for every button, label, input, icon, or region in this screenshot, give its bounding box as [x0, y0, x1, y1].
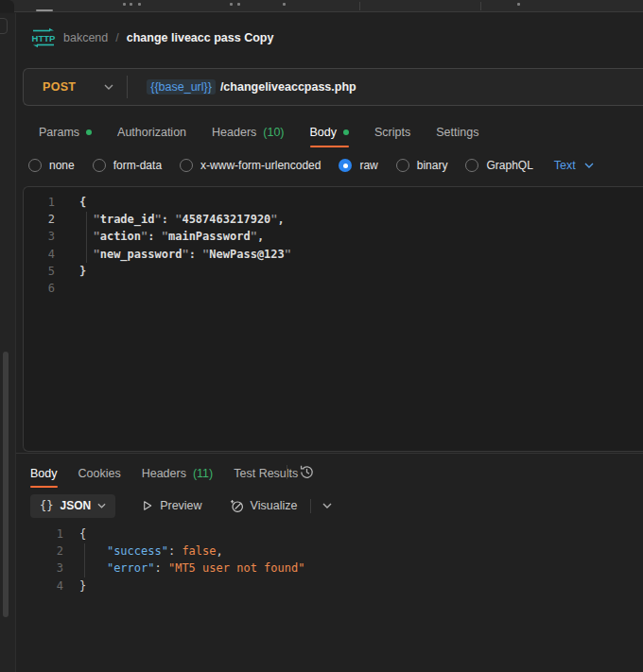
code-text: "success": false,: [79, 544, 223, 558]
indent-guide: [86, 212, 87, 263]
line-number: 6: [24, 282, 55, 295]
chevron-down-icon: [97, 503, 106, 508]
url-input[interactable]: {{base_url}} /changeliveaccpass.php: [128, 79, 643, 95]
radio-icon: [396, 159, 409, 172]
tab-label: Body: [310, 126, 338, 139]
body-mode-row: noneform-datax-www-form-urlencodedrawbin…: [28, 151, 643, 180]
active-tab-remnant: [0, 0, 14, 12]
url-bar: POST {{base_url}} /changeliveaccpass.php: [23, 68, 643, 106]
code-text: }: [79, 265, 86, 278]
body-format-select[interactable]: Text: [554, 159, 594, 172]
count-badge: (11): [193, 467, 213, 480]
line-number: 5: [24, 265, 55, 278]
code-line: 4 "new_password": "NewPass@123": [24, 246, 643, 263]
tab-icon-remnant: [138, 3, 141, 6]
divider: [310, 499, 311, 513]
line-number: 1: [24, 196, 55, 209]
content-dot-indicator: [86, 129, 92, 135]
line-number: 3: [24, 230, 55, 243]
tab-divider: [359, 2, 360, 10]
code-text: "error": "MT5 user not found": [79, 561, 304, 575]
response-tabs: BodyCookiesHeaders(11)Test Results: [30, 461, 643, 488]
breadcrumb-collection[interactable]: bakcend: [63, 31, 108, 44]
line-number: 4: [23, 579, 63, 593]
body-format-label: Text: [554, 159, 576, 172]
response-tab-cookies[interactable]: Cookies: [78, 461, 121, 488]
tab-params[interactable]: Params: [39, 118, 92, 147]
indent-guide: [84, 543, 85, 577]
tab-label: Params: [39, 126, 79, 139]
radio-label: form-data: [113, 159, 162, 172]
chevron-down-icon: [584, 163, 594, 168]
content-dot-indicator: [343, 129, 349, 135]
tab-scripts[interactable]: Scripts: [374, 118, 410, 147]
breadcrumb-separator: /: [115, 31, 118, 44]
svg-text:HTTP: HTTP: [32, 33, 56, 43]
response-history-button[interactable]: [299, 464, 315, 480]
visualize-button[interactable]: Visualize: [230, 499, 298, 513]
code-line: 1{: [23, 526, 643, 543]
tab-icon-remnant: [230, 3, 233, 6]
body-mode-x-www-form-urlencoded[interactable]: x-www-form-urlencoded: [180, 159, 321, 172]
tab-settings[interactable]: Settings: [436, 118, 478, 147]
code-line: 5}: [24, 263, 643, 280]
radio-label: raw: [359, 159, 377, 172]
line-number: 2: [23, 544, 63, 558]
url-path: /changeliveaccpass.php: [220, 80, 356, 94]
method-label: POST: [43, 80, 76, 94]
response-tab-body[interactable]: Body: [30, 461, 58, 488]
window-tab-strip: [0, 0, 643, 12]
request-title[interactable]: change liveacc pass Copy: [127, 31, 274, 44]
body-mode-raw[interactable]: raw: [339, 159, 377, 172]
response-body-viewer: 1{2 "success": false,3 "error": "MT5 use…: [23, 523, 643, 598]
preview-button[interactable]: Preview: [141, 499, 201, 512]
tab-icon-remnant: [237, 3, 240, 6]
line-number: 2: [24, 213, 55, 226]
tab-icon-remnant: [123, 3, 126, 6]
radio-label: binary: [417, 159, 448, 172]
tab-divider: [480, 2, 481, 10]
radio-checked-icon: [339, 159, 352, 172]
tab-label: Body: [30, 467, 58, 480]
tab-icon-remnant: [283, 3, 286, 6]
radio-icon: [180, 159, 193, 172]
tab-label: Cookies: [78, 467, 121, 480]
code-text: "action": "mainPassword",: [79, 230, 264, 243]
body-mode-graphql[interactable]: GraphQL: [465, 159, 532, 172]
request-tabs: ParamsAuthorizationHeaders(10)BodyScript…: [39, 118, 643, 147]
base-url-variable[interactable]: {{base_url}}: [147, 79, 216, 95]
body-mode-form-data[interactable]: form-data: [93, 159, 162, 172]
response-format-button[interactable]: {} JSON: [30, 494, 115, 518]
more-format-options-button[interactable]: [322, 503, 332, 508]
divider: [287, 465, 287, 479]
http-request-icon: HTTP: [31, 27, 56, 48]
tab-authorization[interactable]: Authorization: [117, 118, 186, 147]
radio-icon: [93, 159, 106, 172]
code-line: 3 "action": "mainPassword",: [24, 228, 643, 245]
radio-label: GraphQL: [486, 159, 532, 172]
request-body-editor[interactable]: 1{2 "trade_id": "4587463217920",3 "actio…: [23, 186, 643, 452]
code-text: }: [79, 579, 86, 593]
method-select[interactable]: POST: [24, 69, 127, 105]
tab-icon-remnant: [130, 3, 132, 6]
line-number: 4: [24, 248, 55, 261]
response-tab-headers[interactable]: Headers(11): [142, 461, 214, 488]
tab-label: Authorization: [117, 126, 186, 139]
code-text: "new_password": "NewPass@123": [79, 248, 291, 261]
code-text: {: [79, 527, 86, 541]
tab-label: Headers: [142, 467, 186, 480]
body-mode-options: noneform-datax-www-form-urlencodedrawbin…: [28, 159, 533, 172]
body-mode-binary[interactable]: binary: [396, 159, 448, 172]
breadcrumb: HTTP bakcend / change liveacc pass Copy: [16, 13, 643, 62]
tab-icon-remnant: [517, 3, 520, 6]
body-mode-none[interactable]: none: [28, 159, 75, 172]
tab-body[interactable]: Body: [310, 118, 350, 147]
vertical-scrollbar-thumb[interactable]: [3, 352, 9, 617]
chevron-down-icon: [104, 84, 113, 90]
code-line: 3 "error": "MT5 user not found": [23, 560, 643, 577]
sidebar-icon-remnant: [0, 18, 8, 34]
response-tab-extras: [287, 464, 315, 480]
tab-label: Headers: [212, 126, 256, 139]
tab-indicator-remnant: [36, 9, 53, 11]
tab-headers[interactable]: Headers(10): [212, 118, 284, 147]
